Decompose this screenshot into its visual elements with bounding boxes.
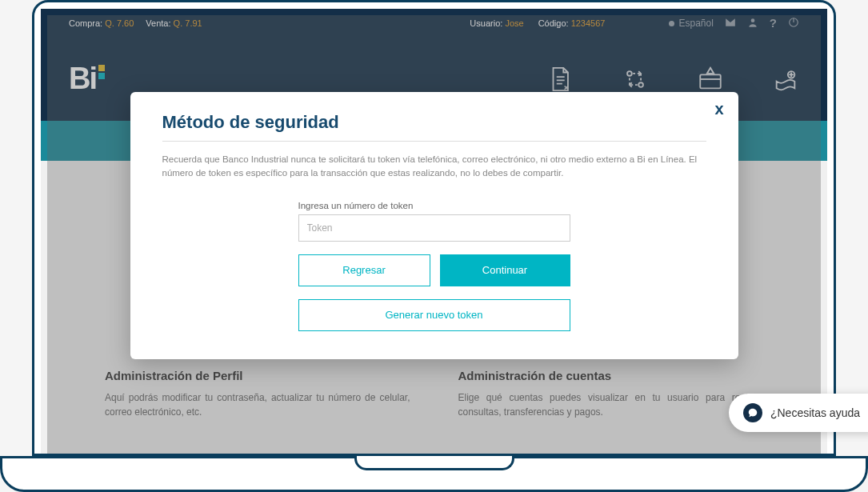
modal-title: Método de seguridad [162,112,706,142]
continue-button[interactable]: Continuar [440,254,570,286]
modal-description: Recuerda que Banco Industrial nunca te s… [162,153,706,181]
help-bubble-text: ¿Necesitas ayuda [770,406,860,419]
back-button[interactable]: Regresar [298,254,430,286]
security-modal: x Método de seguridad Recuerda que Banco… [130,92,738,359]
token-field-label: Ingresa un número de token [298,201,570,210]
generate-token-button[interactable]: Generar nuevo token [298,299,570,331]
modal-close-button[interactable]: x [714,100,723,118]
help-bubble[interactable]: ¿Necesitas ayuda [729,394,868,432]
chat-icon [743,403,762,422]
token-input[interactable] [298,214,570,242]
